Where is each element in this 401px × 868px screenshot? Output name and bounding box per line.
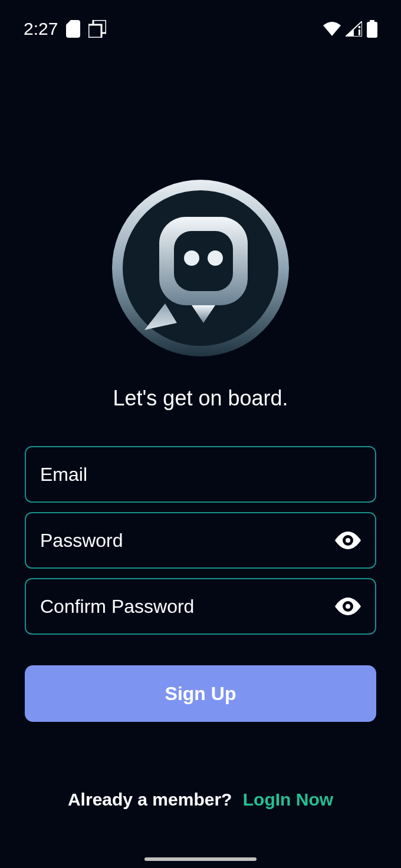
app-logo-icon [109,177,292,359]
headline-text: Let's get on board. [0,386,401,411]
signup-form: Sign Up [0,411,401,722]
status-time: 2:27 [24,19,58,39]
password-field[interactable] [40,530,335,552]
toggle-password-visibility-button[interactable] [335,532,361,549]
navigation-bar [0,850,401,868]
svg-rect-5 [367,22,377,38]
home-handle[interactable] [144,857,257,861]
svg-rect-2 [359,29,360,35]
login-link[interactable]: LogIn Now [243,790,333,809]
confirm-password-field[interactable] [40,596,335,618]
svg-point-15 [346,604,350,609]
status-bar-left: 2:27 [24,19,106,39]
sd-card-icon [66,20,80,38]
status-bar-right [323,20,377,38]
svg-point-11 [208,250,223,266]
svg-point-10 [184,250,199,266]
toggle-confirm-password-visibility-button[interactable] [335,598,361,615]
copy-icon [88,20,106,38]
svg-point-13 [346,538,350,543]
email-field-container [25,446,376,503]
eye-icon [335,532,361,549]
eye-icon [335,598,361,615]
email-field[interactable] [40,464,361,486]
signup-button[interactable]: Sign Up [25,665,376,722]
password-field-container [25,512,376,569]
login-prompt-text: Already a member? [68,790,232,809]
battery-icon [367,20,377,38]
status-bar: 2:27 [0,0,401,41]
svg-rect-4 [370,20,374,22]
signal-icon [346,21,362,37]
svg-rect-9 [174,231,233,291]
svg-rect-1 [88,25,101,38]
svg-point-3 [359,26,361,28]
login-prompt-row: Already a member? LogIn Now [0,790,401,810]
app-logo-container [0,177,401,359]
confirm-password-field-container [25,578,376,635]
wifi-icon [323,22,341,36]
